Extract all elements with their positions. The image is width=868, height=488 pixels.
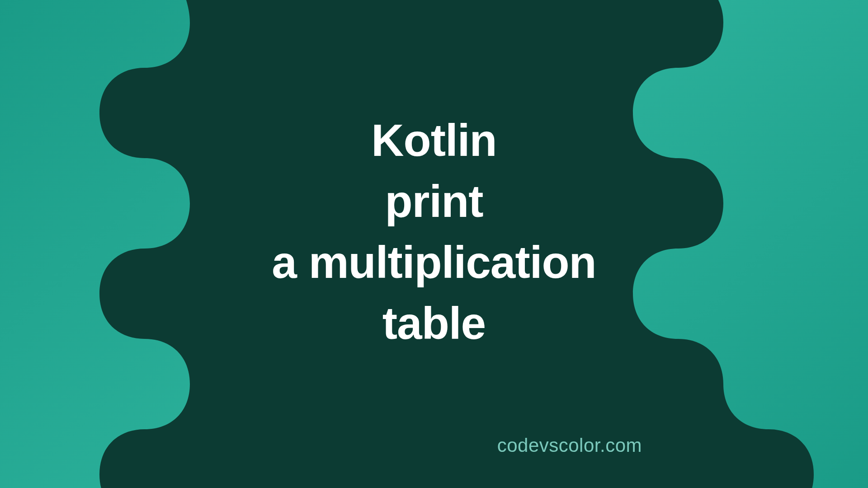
hero-banner: Kotlin print a multiplication table code…	[0, 0, 868, 488]
title-line-2: print	[0, 171, 868, 232]
title-line-1: Kotlin	[0, 110, 868, 171]
watermark-text: codevscolor.com	[497, 435, 642, 456]
title-container: Kotlin print a multiplication table	[0, 110, 868, 354]
title-line-3: a multiplication	[0, 232, 868, 293]
title-line-4: table	[0, 293, 868, 354]
